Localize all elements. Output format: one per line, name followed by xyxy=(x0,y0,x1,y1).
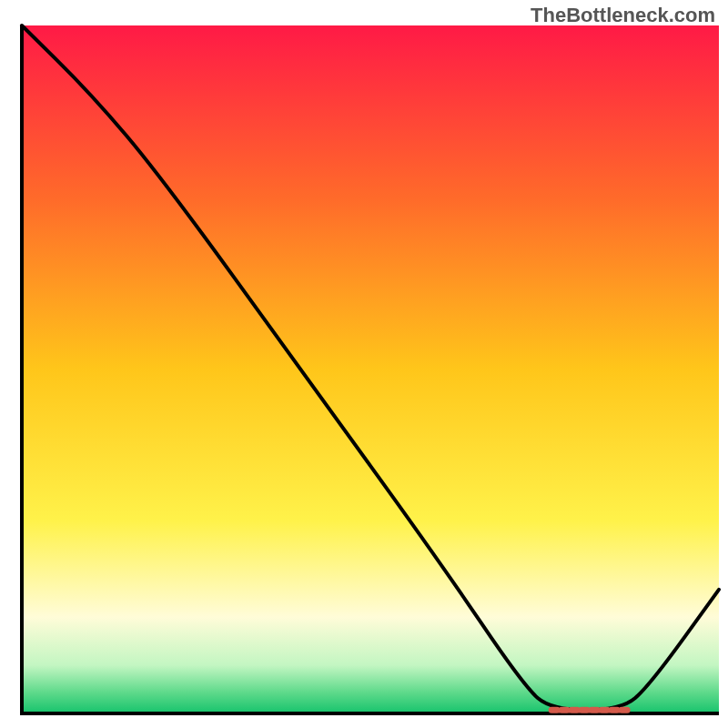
bottleneck-chart xyxy=(0,0,728,728)
chart-container: TheBottleneck.com xyxy=(0,0,728,728)
watermark-text: TheBottleneck.com xyxy=(531,4,715,27)
plot-background xyxy=(22,25,719,713)
